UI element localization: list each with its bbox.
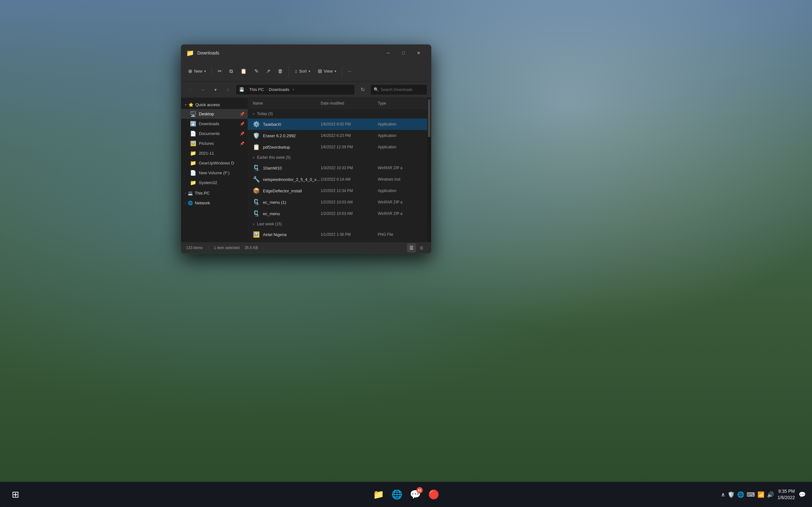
file-date-taskbarxi: 1/6/2022 9:02 PM [321, 122, 378, 126]
path-downloads[interactable]: Downloads [269, 87, 289, 92]
sidebar-item-documents[interactable]: 📄 Documents 📌 [181, 129, 248, 138]
taskbar-whatsapp[interactable]: 💬 41 [407, 487, 423, 503]
up-button[interactable]: ↑ [223, 84, 233, 95]
toolbar: ⊕ New ▾ ✂ ⧉ 📋 ✎ ↗ 🗑 ↕ Sort ▾ ⊞ [181, 61, 431, 81]
notification-icon[interactable]: 💬 [799, 491, 806, 498]
this-pc-arrow: › [185, 191, 186, 195]
sidebar-item-new-volume[interactable]: 📄 New Volume (F:) [181, 168, 248, 178]
history-button[interactable]: ▾ [210, 84, 220, 95]
search-placeholder: Search Downloads [380, 88, 413, 92]
group-earlier[interactable]: ▾ Earlier this week (5) [248, 153, 427, 162]
paste-button[interactable]: 📋 [237, 66, 250, 76]
sidebar-item-pictures[interactable]: 🖼️ Pictures 📌 [181, 138, 248, 148]
file-date-ec-menu-1: 1/2/2022 10:03 AM [321, 200, 378, 205]
volume-icon: 🔊 [767, 491, 774, 498]
path-chevron-icon[interactable]: ▾ [293, 88, 294, 91]
path-this-pc[interactable]: This PC [249, 87, 264, 92]
taskbar-clock[interactable]: 9:35 PM 1/6/2022 [778, 488, 795, 501]
file-type-edgedeflector: Application [378, 188, 422, 193]
desktop-icon: 🖥️ [190, 111, 196, 117]
folder-gearup-icon: 📁 [190, 160, 196, 166]
new-button[interactable]: ⊕ New ▾ [185, 66, 209, 76]
file-name-text-pdf2word: pdf2wordsetup [263, 145, 290, 150]
more-button[interactable]: ··· [345, 67, 355, 75]
sidebar-section-quick-access: ▾ ⭐ Quick access 🖥️ Desktop 📌 ⬇️ Downloa… [181, 101, 248, 187]
file-row-ec-menu[interactable]: 🗜️ ec_menu 1/2/2022 10:03 AM WinRAR ZIP … [248, 208, 427, 219]
clock-date: 1/6/2022 [778, 495, 795, 501]
file-name-ec-menu: 🗜️ ec_menu [253, 210, 321, 217]
file-row-eraser[interactable]: 🛡️ Eraser 6.2.0.2992 1/6/2022 6:23 PM Ap… [248, 130, 427, 141]
file-row-pdf2word[interactable]: 📋 pdf2wordsetup 1/6/2022 12:39 PM Applic… [248, 141, 427, 153]
status-view-controls: ☰ ⊞ [407, 243, 426, 252]
clock-time: 9:35 PM [778, 488, 795, 495]
chrome-icon: 🌐 [392, 489, 403, 500]
sidebar-item-desktop[interactable]: 🖥️ Desktop 📌 [181, 109, 248, 119]
status-bar: 133 items | 1 item selected 35.5 KB | ☰ … [181, 242, 431, 253]
pin-icon: 📌 [240, 112, 245, 116]
forward-button[interactable]: → [198, 84, 208, 95]
start-button[interactable]: ⊞ [6, 486, 24, 504]
col-header-date[interactable]: Date modified [321, 100, 378, 107]
grid-view-button[interactable]: ⊞ [417, 243, 426, 252]
file-list: Name Date modified Type ▾ Today (3) ⚙️ T… [248, 98, 427, 242]
delete-icon: 🗑 [278, 68, 283, 74]
search-box[interactable]: 🔍 Search Downloads [370, 84, 427, 95]
address-path[interactable]: 💾 › This PC › Downloads ▾ [236, 84, 355, 95]
quick-access-header[interactable]: ▾ ⭐ Quick access [181, 101, 248, 109]
window-controls: ─ □ ✕ [381, 48, 426, 58]
file-row-ec-menu-1[interactable]: 🗜️ ec_menu (1) 1/2/2022 10:03 AM WinRAR … [248, 196, 427, 208]
file-name-10amw10: 🗜️ 10amW10 [253, 164, 321, 171]
group-today[interactable]: ▾ Today (3) [248, 109, 427, 118]
file-icon-10amw10: 🗜️ [253, 164, 260, 171]
taskbar-huawei[interactable]: 🔴 [425, 487, 442, 503]
folder-2021-icon: 📁 [190, 150, 196, 156]
file-row-edgedeflector[interactable]: 📦 EdgeDeflector_install 1/2/2022 12:34 P… [248, 185, 427, 196]
group-last-week[interactable]: ▾ Last week (15) [248, 219, 427, 229]
sidebar-item-gearup[interactable]: 📁 GearUpWindows D [181, 158, 248, 168]
this-pc-header[interactable]: › 💻 This PC [181, 189, 248, 198]
status-sep-1: | [208, 245, 209, 250]
maximize-button[interactable]: □ [396, 48, 411, 58]
close-button[interactable]: ✕ [411, 48, 426, 58]
file-row-netspeed[interactable]: 🔧 netspeedmonitor_2_5_4_0_x64_setup (1) … [248, 174, 427, 185]
view-button[interactable]: ⊞ View ▾ [315, 66, 339, 76]
copy-button[interactable]: ⧉ [226, 66, 236, 76]
rename-button[interactable]: ✎ [251, 66, 262, 76]
taskbar-chrome[interactable]: 🌐 [389, 487, 405, 503]
file-row-10amw10[interactable]: 🗜️ 10amW10 1/3/2022 10:33 PM WinRAR ZIP … [248, 162, 427, 174]
col-header-name[interactable]: Name [253, 100, 321, 107]
file-name-text-ec-menu-1: ec_menu (1) [263, 200, 286, 205]
file-name-text-edgedeflector: EdgeDeflector_install [263, 188, 302, 193]
title-bar: 📁 Downloads ─ □ ✕ [181, 45, 431, 61]
browser-icon: 🌐 [737, 491, 744, 498]
sort-button[interactable]: ↕ Sort ▾ [292, 66, 313, 76]
scrollbar-thumb[interactable] [428, 99, 430, 137]
sidebar-item-2021-11[interactable]: 📁 2021-11 [181, 148, 248, 158]
network-header[interactable]: › 🌐 Network [181, 199, 248, 207]
sidebar-item-downloads[interactable]: ⬇️ Downloads 📌 [181, 119, 248, 129]
status-size: 35.5 KB [245, 245, 258, 250]
file-type-ec-menu: WinRAR ZIP a [378, 211, 422, 216]
file-row-airtel[interactable]: 🖼️ Airtel Nigeria 1/1/2022 1:36 PM PNG F… [248, 229, 427, 240]
cut-button[interactable]: ✂ [214, 66, 225, 76]
minimize-button[interactable]: ─ [381, 48, 396, 58]
file-name-netspeed: 🔧 netspeedmonitor_2_5_4_0_x64_setup (1) [253, 176, 321, 183]
sidebar-item-system32[interactable]: 📁 System32 [181, 178, 248, 187]
refresh-button[interactable]: ↻ [357, 84, 368, 95]
file-type-eraser: Application [378, 133, 422, 138]
taskbar-file-explorer[interactable]: 📁 [370, 487, 387, 503]
cut-icon: ✂ [217, 68, 222, 74]
group-last-week-toggle: ▾ [253, 222, 254, 226]
col-header-type[interactable]: Type [378, 100, 422, 107]
address-bar: ← → ▾ ↑ 💾 › This PC › Downloads ▾ ↻ 🔍 Se… [181, 81, 431, 98]
file-type-pdf2word: Application [378, 145, 422, 149]
share-button[interactable]: ↗ [263, 66, 273, 76]
file-icon-eraser: 🛡️ [253, 132, 260, 139]
file-explorer-icon: 📁 [373, 489, 384, 500]
file-row-taskbarxi[interactable]: ⚙️ TaskbarXI 1/6/2022 9:02 PM Applicatio… [248, 118, 427, 130]
delete-button[interactable]: 🗑 [275, 66, 286, 76]
system-tray-up-arrow[interactable]: ∧ [721, 491, 725, 498]
list-view-button[interactable]: ☰ [407, 243, 416, 252]
back-button[interactable]: ← [185, 84, 195, 95]
file-name-text-netspeed: netspeedmonitor_2_5_4_0_x64_setup (1) [263, 177, 321, 182]
